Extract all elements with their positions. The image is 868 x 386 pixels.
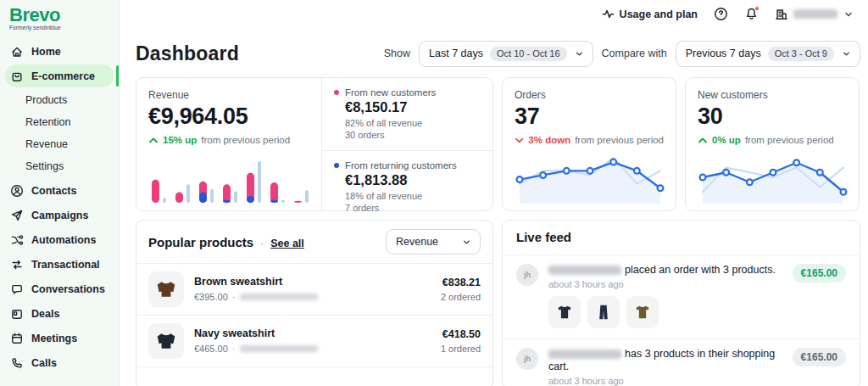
sidebar-item-ecommerce[interactable]: E-commerce xyxy=(5,64,114,87)
product-image xyxy=(148,323,184,359)
topbar: Usage and plan xyxy=(120,0,868,28)
sidebar-item-automations[interactable]: Automations xyxy=(5,228,114,251)
sidebar-item-label: Automations xyxy=(31,234,96,246)
notifications-button[interactable] xyxy=(744,7,759,21)
date-range-select[interactable]: Last 7 days Oct 10 - Oct 16 xyxy=(419,41,593,67)
product-price: €395.00 xyxy=(194,292,228,302)
orders-card-title: Orders xyxy=(515,89,664,101)
sidebar-item-label: E-commerce xyxy=(31,70,95,82)
segment-share: 18% of all revenue xyxy=(345,190,481,202)
notification-dot xyxy=(754,6,760,11)
cart-amount-badge: €165.00 xyxy=(793,348,846,366)
show-label: Show xyxy=(384,48,410,59)
product-ordered-count: 2 ordered xyxy=(441,292,481,302)
revenue-new-customers-segment: From new customers €8,150.17 82% of all … xyxy=(322,78,492,150)
orders-line-chart xyxy=(513,151,667,204)
revenue-bar-chart xyxy=(148,157,314,203)
order-amount-badge: €165.00 xyxy=(793,264,846,283)
live-feed-card: Live feed jh placed an order with 3 prod… xyxy=(502,220,860,386)
chat-bubble-icon xyxy=(10,283,24,296)
product-revenue: €838.21 xyxy=(441,277,481,288)
trend-down-icon xyxy=(515,137,524,144)
sidebar-item-label: Calls xyxy=(31,357,57,369)
date-range-pill: Oct 10 - Oct 16 xyxy=(490,47,567,61)
usage-and-plan-button[interactable]: Usage and plan xyxy=(602,8,698,20)
revenue-trend: 15% upfrom previous period xyxy=(148,135,321,145)
brand-logo-text: Brevo xyxy=(9,6,119,25)
phone-icon xyxy=(10,356,24,370)
new-customers-line-chart xyxy=(696,151,850,204)
popular-products-title: Popular products xyxy=(148,235,253,249)
sidebar-item-meetings[interactable]: Meetings xyxy=(5,327,114,350)
activity-icon xyxy=(602,8,615,20)
feed-item: jh has 3 products in their shopping cart… xyxy=(503,339,860,386)
chevron-down-icon xyxy=(843,8,854,20)
sidebar-item-retention[interactable]: Retention xyxy=(5,111,114,133)
sidebar-item-conversations[interactable]: Conversations xyxy=(5,277,114,300)
sidebar-item-campaigns[interactable]: Campaigns xyxy=(5,204,114,227)
help-button[interactable] xyxy=(714,7,728,21)
sidebar-nav: Home E-commerce Products Retention Reven… xyxy=(0,40,119,374)
orders-value: 37 xyxy=(515,103,664,130)
automation-icon xyxy=(10,233,24,247)
sidebar-item-calls[interactable]: Calls xyxy=(5,351,114,374)
product-row[interactable]: Navy sweatshirt €465.00 · €418.50 1 orde… xyxy=(136,316,492,366)
compare-with-label: Compare with xyxy=(602,48,667,59)
segment-orders: 7 orders xyxy=(345,202,481,214)
product-revenue: €418.50 xyxy=(441,328,481,340)
usage-and-plan-label: Usage and plan xyxy=(620,8,698,20)
home-icon xyxy=(10,45,24,59)
product-sku-redacted xyxy=(240,294,318,300)
sidebar-item-deals[interactable]: Deals xyxy=(5,302,114,325)
sidebar-item-label: Transactional xyxy=(31,259,100,271)
sidebar-item-label: Deals xyxy=(31,308,59,320)
new-customers-card: New customers 30 0% upfrom previous peri… xyxy=(685,77,860,211)
sidebar-item-label: Campaigns xyxy=(31,210,88,221)
product-row[interactable]: Brown sweatshirt €395.00 · €838.21 2 ord… xyxy=(136,264,492,315)
compare-range-value: Previous 7 days xyxy=(686,48,761,59)
product-price: €465.00 xyxy=(194,344,228,354)
blue-dot-icon xyxy=(334,163,339,168)
repeat-arrows-icon xyxy=(10,258,24,271)
revenue-returning-customers-segment: From returning customers €1,813.88 18% o… xyxy=(322,150,492,223)
sidebar-item-label: Meetings xyxy=(31,333,77,344)
new-customers-value: 30 xyxy=(698,103,847,130)
feed-action: placed an order with 3 products. xyxy=(625,264,776,276)
sidebar-item-contacts[interactable]: Contacts xyxy=(5,179,114,202)
sidebar-item-settings[interactable]: Settings xyxy=(5,155,114,177)
trend-up-icon xyxy=(698,137,708,144)
feed-item: jh placed an order with 3 products. abou… xyxy=(503,255,860,338)
sidebar-item-products[interactable]: Products xyxy=(5,89,114,111)
products-sort-select[interactable]: Revenue xyxy=(386,229,481,255)
compare-range-pill: Oct 3 - Oct 9 xyxy=(768,47,834,61)
calendar-icon xyxy=(10,332,24,345)
navy-sweatshirt-image xyxy=(155,330,177,352)
chevron-down-icon xyxy=(461,237,472,248)
avatar: jh xyxy=(516,264,538,286)
segment-value: €8,150.17 xyxy=(345,99,481,115)
new-customers-trend: 0% upfrom previous period xyxy=(698,135,847,145)
paper-plane-icon xyxy=(10,209,24,222)
product-sku-redacted xyxy=(240,345,318,352)
popular-products-card: Popular products · See all Revenue Brown… xyxy=(136,220,493,386)
compare-range-select[interactable]: Previous 7 days Oct 3 - Oct 9 xyxy=(676,41,860,67)
date-range-value: Last 7 days xyxy=(429,48,483,59)
product-name: Brown sweatshirt xyxy=(194,276,441,288)
account-menu[interactable] xyxy=(775,8,854,21)
brown-sweatshirt-image xyxy=(155,278,177,300)
sidebar-item-revenue[interactable]: Revenue xyxy=(5,133,114,155)
chevron-down-icon xyxy=(574,48,585,59)
sidebar-item-label: Conversations xyxy=(31,283,105,295)
revenue-card: Revenue €9,964.05 15% upfrom previous pe… xyxy=(136,77,493,211)
sidebar: Brevo Formerly sendinblue Home E-commerc… xyxy=(0,0,120,386)
sidebar-item-home[interactable]: Home xyxy=(5,40,114,63)
segment-value: €1,813.88 xyxy=(345,172,481,188)
trend-up-icon xyxy=(148,137,159,144)
sidebar-item-transactional[interactable]: Transactional xyxy=(5,253,114,276)
see-all-link[interactable]: See all xyxy=(270,238,304,249)
navy-tshirt-image xyxy=(548,296,581,328)
brand-logo[interactable]: Brevo Formerly sendinblue xyxy=(0,0,119,32)
organization-icon xyxy=(775,8,788,21)
help-icon xyxy=(714,7,728,21)
feed-time: about 3 hours ago xyxy=(548,279,793,289)
